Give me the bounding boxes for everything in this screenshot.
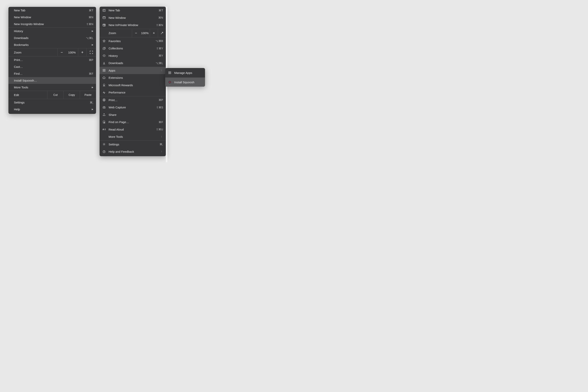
menu-item-new-incognito[interactable]: New Incognito Window ⇧⌘N	[8, 20, 96, 28]
chevron-right-icon: ▶	[92, 86, 93, 88]
submenu-item-install-squoosh[interactable]: Install Squoosh	[165, 78, 205, 87]
menu-item-new-window[interactable]: New Window ⌘N	[100, 14, 166, 22]
menu-item-share[interactable]: Share	[100, 111, 166, 118]
zoom-out-button[interactable]: −	[132, 29, 140, 37]
menu-item-label: History	[108, 54, 158, 58]
menu-item-label: Performance	[108, 91, 163, 94]
menu-item-label: New Tab	[108, 8, 158, 12]
edit-row: Edit Cut Copy Paste	[8, 91, 96, 99]
menu-item-performance[interactable]: Performance	[100, 89, 166, 96]
menu-item-cast[interactable]: Cast…	[8, 63, 96, 70]
menu-item-label: Help	[14, 108, 92, 111]
menu-item-more-tools[interactable]: More Tools 〉	[100, 133, 166, 140]
svg-point-10	[103, 84, 105, 86]
menu-item-shortcut: ⌘N	[88, 16, 93, 19]
chevron-right-icon: 〉	[161, 69, 163, 72]
menu-item-downloads[interactable]: Downloads ⌥⌘L	[8, 34, 96, 41]
settings-icon	[102, 143, 106, 146]
menu-item-shortcut: ⇧⌘U	[156, 128, 163, 131]
menu-item-shortcut: ⌘Y	[158, 54, 163, 57]
menu-item-label: New InPrivate Window	[108, 23, 156, 27]
menu-item-settings[interactable]: Settings ⌘,	[100, 141, 166, 148]
menu-item-shortcut: ⌘T	[89, 9, 93, 12]
menu-item-label: Extensions	[108, 76, 163, 80]
menu-item-shortcut: ⌘F	[158, 120, 163, 124]
menu-item-label: Downloads	[14, 36, 86, 40]
menu-item-label: New Tab	[14, 8, 89, 12]
cut-button[interactable]: Cut	[47, 91, 64, 99]
new-tab-icon	[102, 9, 106, 12]
menu-item-history[interactable]: History ⌘Y	[100, 52, 166, 60]
fullscreen-button[interactable]	[158, 29, 166, 37]
chevron-right-icon: ▶	[92, 30, 93, 32]
svg-rect-6	[103, 69, 104, 70]
zoom-row: Zoom − 100% +	[100, 29, 166, 38]
menu-item-label: Help and Feedback	[108, 150, 161, 153]
zoom-label: Zoom	[108, 31, 132, 35]
menu-item-shortcut: ⇧⌘S	[156, 106, 163, 109]
menu-item-shortcut: ⌘,	[160, 143, 163, 146]
svg-rect-25	[170, 73, 171, 74]
menu-item-downloads[interactable]: Downloads ⌥⌘L	[100, 60, 166, 67]
menu-item-rewards[interactable]: Microsoft Rewards	[100, 82, 166, 89]
menu-item-favorites[interactable]: Favorites ⌥⌘B	[100, 38, 166, 45]
menu-item-label: Settings	[14, 101, 90, 104]
menu-item-history[interactable]: History ▶	[8, 28, 96, 34]
menu-item-find[interactable]: Find… ⌘F	[8, 70, 96, 77]
zoom-out-button[interactable]: −	[58, 48, 66, 56]
expand-icon	[160, 32, 164, 35]
menu-item-label: Cast…	[14, 65, 93, 68]
menu-item-new-tab[interactable]: New Tab ⌘T	[100, 7, 166, 14]
star-icon	[102, 40, 106, 42]
menu-item-help[interactable]: Help and Feedback 〉	[100, 148, 166, 156]
menu-item-bookmarks[interactable]: Bookmarks ▶	[8, 41, 96, 48]
fullscreen-button[interactable]	[86, 48, 96, 56]
menu-item-shortcut: ⇧⌘Y	[156, 47, 163, 50]
inprivate-icon	[102, 24, 106, 27]
menu-item-collections[interactable]: Collections ⇧⌘Y	[100, 45, 166, 52]
menu-item-label: Bookmarks	[14, 43, 92, 46]
menu-item-label: Microsoft Rewards	[108, 84, 163, 87]
chevron-right-icon: 〉	[161, 150, 163, 153]
copy-button[interactable]: Copy	[64, 91, 80, 99]
zoom-in-button[interactable]: +	[78, 48, 86, 56]
menu-item-label: Web Capture	[108, 106, 156, 109]
menu-item-help[interactable]: Help ▶	[8, 106, 96, 113]
menu-item-label: Print…	[14, 58, 89, 62]
menu-item-label: Install Squoosh	[174, 80, 202, 84]
share-icon	[102, 113, 106, 116]
menu-item-apps[interactable]: Apps 〉	[100, 67, 166, 74]
menu-item-settings[interactable]: Settings ⌘,	[8, 99, 96, 106]
edge-overflow-menu: New Tab ⌘T New Window ⌘N New InPrivate W…	[100, 7, 166, 156]
rewards-icon	[102, 84, 106, 87]
submenu-item-manage-apps[interactable]: Manage Apps	[165, 68, 205, 78]
menu-item-new-tab[interactable]: New Tab ⌘T	[8, 7, 96, 14]
menu-item-label: Print…	[108, 98, 158, 102]
menu-item-new-inprivate[interactable]: New InPrivate Window ⇧⌘N	[100, 21, 166, 29]
menu-item-read-aloud[interactable]: A Read Aloud ⇧⌘U	[100, 126, 166, 133]
menu-item-more-tools[interactable]: More Tools ▶	[8, 84, 96, 91]
zoom-row: Zoom − 100% +	[8, 48, 96, 56]
menu-item-print[interactable]: Print… ⌘P	[100, 96, 166, 104]
menu-item-print[interactable]: Print… ⌘P	[8, 56, 96, 63]
menu-item-new-window[interactable]: New Window ⌘N	[8, 14, 96, 20]
svg-point-15	[104, 107, 104, 108]
menu-item-label: Downloads	[108, 61, 156, 65]
zoom-in-button[interactable]: +	[150, 29, 158, 37]
chrome-overflow-menu: New Tab ⌘T New Window ⌘N New Incognito W…	[8, 7, 96, 114]
menu-item-extensions[interactable]: Extensions	[100, 74, 166, 82]
menu-item-find[interactable]: Find on Page… ⌘F	[100, 118, 166, 126]
menu-item-shortcut: ⌥⌘B	[156, 40, 163, 42]
menu-item-install-app[interactable]: Install Squoosh…	[8, 77, 96, 84]
apps-submenu: Manage Apps Install Squoosh	[165, 68, 205, 87]
menu-item-web-capture[interactable]: Web Capture ⇧⌘S	[100, 104, 166, 111]
zoom-value: 100%	[140, 31, 150, 35]
menu-item-label: Apps	[108, 69, 161, 72]
menu-item-label: History	[14, 30, 92, 33]
svg-rect-13	[104, 100, 105, 101]
menu-item-label: Share	[108, 113, 163, 116]
zoom-label: Zoom	[8, 51, 58, 54]
menu-item-shortcut: ⇧⌘N	[156, 24, 163, 27]
paste-button[interactable]: Paste	[80, 91, 96, 99]
menu-item-label: Find…	[14, 72, 89, 75]
